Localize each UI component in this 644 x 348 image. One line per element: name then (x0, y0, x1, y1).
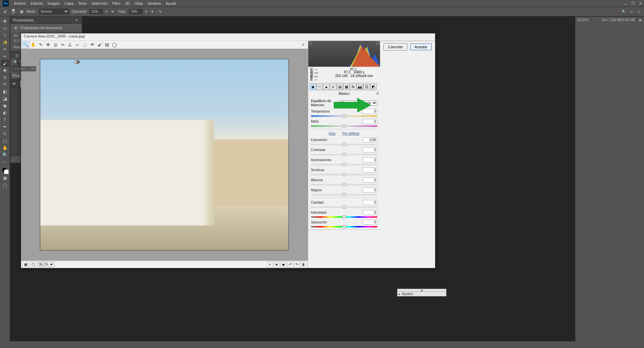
spot-removal-icon[interactable]: ◌ (82, 42, 88, 48)
tab-hsl-icon[interactable]: ≡ (330, 84, 336, 90)
tab-presets-icon[interactable]: ☰ (363, 84, 370, 90)
panel-menu-icon[interactable]: ≡ (377, 91, 379, 95)
radial-filter-icon[interactable]: ◯ (111, 42, 118, 48)
layer-blend-select[interactable]: Normal (12, 66, 36, 71)
straighten-tool-icon[interactable]: ∠ (67, 42, 73, 48)
gradient-tool-icon[interactable]: ◪ (1, 95, 9, 102)
menu-ayuda[interactable]: Ayuda (163, 1, 178, 5)
tab-snapshots-icon[interactable]: ◩ (370, 84, 377, 90)
pressure-size-icon[interactable]: ✎ (158, 9, 163, 14)
shadows-slider[interactable] (311, 174, 377, 176)
white-balance-tool-icon[interactable]: ✎ (37, 42, 44, 48)
opacity-value[interactable]: 21% (90, 9, 103, 14)
airbrush-icon[interactable]: ✈ (150, 9, 155, 14)
pen-tool-icon[interactable]: ✒ (1, 123, 9, 130)
stamp-tool-icon[interactable]: ⎘ (1, 74, 9, 81)
tab-camera-icon[interactable]: 📷 (357, 84, 363, 90)
chevron-down-icon[interactable]: ▾ (106, 10, 107, 13)
tab-fx-icon[interactable]: fx (350, 84, 357, 90)
temperature-input[interactable] (363, 109, 377, 114)
window-minimize-icon[interactable]: — (622, 0, 629, 7)
expand-icon[interactable]: » (636, 9, 641, 14)
clarity-slider[interactable] (311, 206, 377, 208)
highlights-slider[interactable] (311, 164, 377, 165)
zoom-tool-icon[interactable]: 🔍 (22, 42, 29, 48)
menu-filtro[interactable]: Filtro (110, 1, 123, 5)
blacks-input[interactable] (363, 188, 377, 193)
flow-value[interactable]: 70% (129, 9, 143, 14)
exposure-slider[interactable] (311, 144, 377, 145)
hand-tool-icon[interactable]: ✋ (30, 42, 37, 48)
blur-tool-icon[interactable]: ◉ (1, 102, 9, 109)
menu-capa[interactable]: Capa (62, 1, 75, 5)
search-icon[interactable]: 🔍 (621, 9, 627, 14)
menu-edicion[interactable]: Edición (29, 1, 45, 5)
brush-panel-icon[interactable]: ▦ (19, 9, 24, 14)
contrast-input[interactable] (363, 147, 377, 152)
tab-detail-icon[interactable]: ▲ (323, 84, 330, 90)
window-close-icon[interactable]: ✕ (637, 0, 644, 7)
single-view-icon[interactable]: ▢ (30, 262, 36, 268)
filter-icon[interactable]: ▿ (267, 262, 273, 268)
marquee-tool-icon[interactable]: ▭ (1, 25, 9, 31)
delete-icon[interactable]: 🗑 (301, 262, 307, 268)
zoom-tool-icon[interactable]: 🔍 (1, 151, 9, 158)
transform-tool-icon[interactable]: ▱ (74, 42, 81, 48)
panel-menu-icon[interactable]: ≡ (74, 17, 79, 23)
menu-archivo[interactable]: Archivo (11, 1, 29, 5)
saturation-slider[interactable] (311, 226, 377, 227)
magic-wand-tool-icon[interactable]: ✨ (1, 39, 9, 46)
color-swatches[interactable] (1, 167, 9, 174)
clarity-input[interactable] (363, 200, 377, 205)
vibrance-slider[interactable] (311, 216, 377, 218)
crop-tool-icon[interactable]: ✂ (1, 46, 9, 53)
menu-imagen[interactable]: Imagen (45, 1, 62, 5)
quickmask-icon[interactable]: ▣ (1, 175, 9, 181)
crop-tool-icon[interactable]: ✂ (59, 42, 66, 48)
move-tool-icon[interactable]: ✥ (1, 18, 9, 24)
menu-seleccion[interactable]: Selección (89, 1, 110, 5)
white-balance-select[interactable]: Como se ha tomado (339, 100, 377, 106)
adjustments-expander[interactable]: ▲ ▸Ajustes (397, 289, 446, 296)
hand-tool-icon[interactable]: ✋ (1, 144, 9, 151)
status-zoom[interactable]: 83,33% (577, 18, 597, 22)
screenmode-icon[interactable]: ▢ (1, 182, 9, 188)
tab-split-icon[interactable]: ▤ (336, 84, 343, 90)
rotate-ccw-icon[interactable]: ↶ (287, 262, 293, 268)
default-link[interactable]: Por defecto (342, 132, 360, 135)
shape-tool-icon[interactable]: ▢ (1, 137, 9, 144)
pressure-opacity-icon[interactable]: ✒ (110, 9, 115, 14)
menu-texto[interactable]: Texto (76, 1, 89, 5)
menu-vista[interactable]: Vista (132, 1, 145, 5)
visibility-icon[interactable]: 👁 (12, 82, 17, 86)
brush-tool-icon[interactable]: 🖌 (1, 60, 9, 67)
vibrance-input[interactable] (363, 210, 377, 215)
tab-lens-icon[interactable]: ▦ (343, 84, 350, 90)
contrast-slider[interactable] (311, 154, 377, 155)
rating-icon[interactable]: ★ (274, 262, 280, 268)
whites-slider[interactable] (311, 184, 377, 186)
highlights-input[interactable] (363, 157, 377, 162)
shadows-input[interactable] (363, 167, 377, 172)
saturation-input[interactable] (363, 220, 377, 225)
blend-mode-select[interactable]: Normal (39, 9, 69, 14)
fullscreen-icon[interactable]: ⤢ (300, 42, 307, 48)
lasso-tool-icon[interactable]: ⌇ (1, 32, 9, 39)
healing-tool-icon[interactable]: ✚ (1, 67, 9, 74)
type-tool-icon[interactable]: T (1, 116, 9, 123)
histogram[interactable] (308, 41, 380, 67)
label-icon[interactable]: ◆ (280, 262, 286, 268)
eraser-tool-icon[interactable]: ◧ (1, 88, 9, 95)
temperature-slider[interactable] (311, 115, 377, 117)
chevron-down-icon[interactable]: ▾ (145, 10, 147, 13)
brush-preview-icon[interactable]: 97 (11, 9, 16, 14)
tint-slider[interactable] (311, 125, 377, 127)
edit-toolbar-icon[interactable]: ⋯ (1, 158, 9, 165)
blacks-slider[interactable] (311, 194, 377, 196)
exposure-input[interactable] (363, 137, 377, 142)
accept-button[interactable]: Aceptar (410, 44, 432, 50)
tool-preset-icon[interactable]: 🖌 (3, 9, 8, 14)
window-maximize-icon[interactable]: ❐ (629, 0, 637, 7)
path-select-icon[interactable]: ↖ (1, 130, 9, 137)
menu-3d[interactable]: 3D (123, 1, 132, 5)
